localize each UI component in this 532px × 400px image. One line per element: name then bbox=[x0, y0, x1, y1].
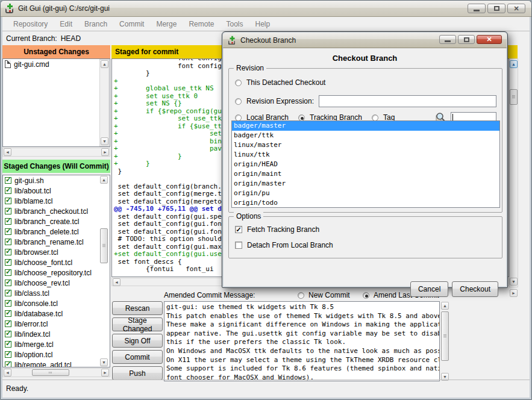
commit-vscrollbar[interactable]: ▲ ▼ bbox=[440, 301, 450, 381]
staged-check-icon[interactable] bbox=[5, 341, 11, 348]
tag-radio[interactable] bbox=[372, 114, 378, 121]
branch-list-item[interactable]: origin/pu bbox=[232, 189, 499, 198]
scroll-up-icon[interactable]: ▲ bbox=[101, 60, 108, 68]
dialog-titlebar[interactable]: Checkout Branch ✕ bbox=[223, 33, 507, 48]
staged-file-row[interactable]: lib/database.tcl bbox=[3, 308, 110, 319]
staged-changes-header[interactable]: Staged Changes (Will Commit) bbox=[2, 160, 110, 173]
staged-file-row[interactable]: lib/option.tcl bbox=[3, 349, 110, 360]
branch-list-item[interactable]: origin/todo bbox=[232, 198, 499, 208]
staged-check-icon[interactable] bbox=[5, 280, 11, 286]
checkout-button[interactable]: Checkout bbox=[452, 281, 498, 297]
staged-check-icon[interactable] bbox=[5, 249, 11, 255]
staged-file-row[interactable]: lib/error.tcl bbox=[3, 319, 110, 329]
minimize-button[interactable] bbox=[468, 4, 486, 13]
staged-file-row[interactable]: lib/branch_checkout.tcl bbox=[3, 206, 110, 216]
unstaged-vscrollbar[interactable]: ▲ ▼ bbox=[99, 59, 109, 146]
tracking-branch-radio[interactable] bbox=[298, 114, 305, 121]
staged-check-icon[interactable] bbox=[5, 361, 11, 367]
staged-check-icon[interactable] bbox=[5, 208, 11, 214]
local-branch-radio[interactable] bbox=[235, 114, 242, 121]
dialog-maximize-button[interactable] bbox=[458, 35, 475, 44]
staged-file-row[interactable]: lib/about.tcl bbox=[3, 186, 110, 196]
staged-check-icon[interactable] bbox=[5, 187, 11, 194]
staged-check-icon[interactable] bbox=[5, 320, 11, 327]
staged-file-row[interactable]: lib/branch_delete.tcl bbox=[3, 227, 110, 237]
menu-item[interactable]: Remote bbox=[183, 18, 220, 30]
detach-local-checkbox[interactable] bbox=[235, 242, 242, 249]
menu-item[interactable]: Repository bbox=[7, 18, 54, 30]
branch-list-item[interactable]: origin/maint bbox=[232, 169, 499, 179]
commit-vscroll-thumb[interactable] bbox=[441, 311, 449, 361]
unstaged-changes-header[interactable]: Unstaged Changes bbox=[2, 45, 110, 58]
main-titlebar[interactable]: Git Gui (git-gui) C:/src/git-gui ✕ bbox=[1, 1, 531, 17]
staged-check-icon[interactable] bbox=[5, 228, 11, 235]
scroll-up-icon[interactable]: ▲ bbox=[510, 60, 518, 68]
branch-list-item[interactable]: linux/master bbox=[232, 140, 499, 150]
action-button[interactable]: Rescan bbox=[112, 301, 163, 315]
staged-check-icon[interactable] bbox=[5, 177, 11, 184]
staged-check-icon[interactable] bbox=[5, 239, 11, 245]
staged-file-row[interactable]: lib/index.tcl bbox=[3, 329, 110, 339]
action-button[interactable]: Push bbox=[112, 366, 163, 380]
unstaged-hscrollbar[interactable]: ◄ ► bbox=[2, 148, 110, 157]
staged-check-icon[interactable] bbox=[5, 290, 11, 296]
diff-vscrollbar[interactable]: ▲ ▼ bbox=[509, 58, 518, 287]
staged-file-row[interactable]: lib/console.tcl bbox=[3, 298, 110, 308]
branch-list-item[interactable]: badger/ttk bbox=[232, 131, 499, 140]
dialog-minimize-button[interactable] bbox=[439, 35, 456, 44]
staged-file-row[interactable]: lib/blame.tcl bbox=[3, 196, 110, 206]
branch-list-item[interactable]: origin/master bbox=[232, 179, 499, 189]
scroll-down-icon[interactable]: ▼ bbox=[101, 137, 108, 145]
scroll-down-icon[interactable]: ▼ bbox=[100, 358, 108, 366]
staged-check-icon[interactable] bbox=[5, 218, 11, 225]
scroll-up-icon[interactable]: ▲ bbox=[100, 176, 108, 184]
staged-check-icon[interactable] bbox=[5, 259, 11, 266]
fetch-tracking-checkbox[interactable]: ✓ bbox=[235, 226, 242, 233]
scroll-right-icon[interactable]: ► bbox=[101, 369, 109, 377]
menu-item[interactable]: Branch bbox=[78, 18, 113, 30]
staged-file-row[interactable]: git-gui.sh bbox=[3, 175, 110, 186]
scroll-left-icon[interactable]: ◄ bbox=[4, 369, 11, 377]
new-commit-radio[interactable] bbox=[298, 292, 304, 299]
menu-item[interactable]: Commit bbox=[113, 18, 150, 30]
staged-check-icon[interactable] bbox=[5, 310, 11, 317]
amend-last-commit-radio[interactable] bbox=[363, 292, 369, 299]
staged-check-icon[interactable] bbox=[5, 331, 11, 337]
staged-file-row[interactable]: lib/remote_add.tcl bbox=[3, 360, 110, 367]
staged-check-icon[interactable] bbox=[5, 351, 11, 358]
menu-item[interactable]: Tools bbox=[220, 18, 249, 30]
staged-hscrollbar[interactable]: ◄ ► bbox=[2, 368, 110, 377]
staged-vscroll-thumb[interactable] bbox=[100, 228, 108, 263]
staged-hscroll-thumb[interactable] bbox=[32, 369, 69, 376]
staged-file-row[interactable]: lib/class.tcl bbox=[3, 288, 110, 298]
scroll-left-icon[interactable]: ◄ bbox=[113, 278, 120, 286]
staged-check-icon[interactable] bbox=[5, 269, 11, 276]
scroll-up-icon[interactable]: ▲ bbox=[441, 302, 449, 310]
staged-file-row[interactable]: lib/branch_create.tcl bbox=[3, 216, 110, 227]
close-button[interactable]: ✕ bbox=[507, 4, 525, 13]
cancel-button[interactable]: Cancel bbox=[410, 281, 448, 297]
staged-vscrollbar[interactable]: ▲ ▼ bbox=[99, 175, 109, 367]
branch-list-item[interactable]: badger/master bbox=[232, 121, 499, 131]
menu-item[interactable]: Merge bbox=[150, 18, 183, 30]
branch-list-item[interactable]: origin/HEAD bbox=[232, 160, 499, 169]
staged-file-row[interactable]: lib/choose_rev.tcl bbox=[3, 278, 110, 288]
scroll-down-icon[interactable]: ▼ bbox=[510, 278, 518, 286]
unstaged-file-row[interactable]: git-gui.cmd bbox=[3, 59, 110, 69]
staged-check-icon[interactable] bbox=[5, 198, 11, 204]
staged-file-row[interactable]: lib/choose_repository.tcl bbox=[3, 267, 110, 278]
menu-item[interactable]: Edit bbox=[54, 18, 78, 30]
file-icon[interactable] bbox=[5, 60, 11, 68]
staged-file-row[interactable]: lib/browser.tcl bbox=[3, 247, 110, 257]
branch-list-item[interactable]: linux/ttk bbox=[232, 150, 499, 160]
revision-expression-radio[interactable] bbox=[235, 98, 242, 105]
action-button[interactable]: Stage Changed bbox=[112, 317, 163, 331]
diff-vscroll-thumb[interactable] bbox=[510, 89, 518, 105]
commit-message-box[interactable]: git-gui: use themed tk widgets with Tk 8… bbox=[164, 301, 440, 381]
menu-item[interactable]: Help bbox=[249, 18, 276, 30]
action-button[interactable]: Sign Off bbox=[112, 334, 163, 348]
revision-expression-input[interactable] bbox=[319, 95, 496, 107]
staged-check-icon[interactable] bbox=[5, 300, 11, 307]
maximize-button[interactable] bbox=[487, 4, 505, 13]
scroll-right-icon[interactable]: ► bbox=[101, 148, 109, 156]
